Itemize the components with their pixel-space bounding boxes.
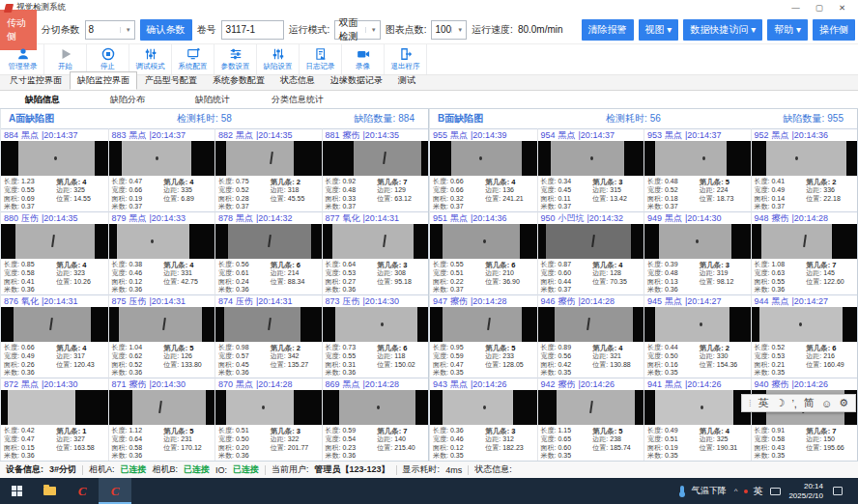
chart-points-select[interactable]: 100▼ <box>431 20 467 40</box>
toolbar-stop-button[interactable]: 停止 <box>87 44 129 74</box>
maximize-button[interactable]: ▢ <box>815 3 823 13</box>
clock[interactable]: 20:142025/2/10 <box>788 482 823 501</box>
defect-cell[interactable]: 954 黑点 |20:14:37 长度:0.34 宽度:0.45 面积:0.11… <box>537 128 644 211</box>
toolbar-monitor-button[interactable]: 系统配置 <box>172 44 214 74</box>
main-tab[interactable]: 状态信息 <box>272 71 323 90</box>
defect-thumbnail[interactable] <box>215 141 322 176</box>
defect-cell[interactable]: 879 黑点 |20:14:33 长度:0.38 宽度:0.46 面积:0.12… <box>108 211 215 294</box>
defect-cell[interactable]: 884 黑点 |20:14:37 长度:1.23 宽度:0.55 面积:0.69… <box>1 128 108 211</box>
defect-thumbnail[interactable] <box>323 390 429 425</box>
defect-thumbnail[interactable] <box>644 307 751 342</box>
defect-cell[interactable]: 942 擦伤 |20:14:26 长度:1.15 宽度:0.65 面积:0.60… <box>537 378 644 461</box>
defect-thumbnail[interactable] <box>323 307 429 342</box>
defect-thumbnail[interactable] <box>215 390 322 425</box>
toolbar-sliders-v-button[interactable]: 调试模式 <box>129 44 172 74</box>
defect-thumbnail[interactable] <box>538 390 644 425</box>
defect-cell[interactable]: 946 擦伤 |20:14:28 长度:0.89 宽度:0.56 面积:0.42… <box>537 294 644 378</box>
main-tab[interactable]: 尺寸监控界面 <box>2 71 70 90</box>
defect-cell[interactable]: 875 压伤 |20:14:31 长度:1.04 宽度:0.62 面积:0.52… <box>108 294 215 378</box>
close-button[interactable]: ✕ <box>839 3 845 13</box>
roll-number-input[interactable]: 3117-1 <box>221 20 284 40</box>
touch-keyboard-icon[interactable] <box>770 488 781 495</box>
defect-cell[interactable]: 874 压伤 |20:14:31 长度:0.98 宽度:0.57 面积:0.45… <box>214 294 322 378</box>
control-bar-button[interactable]: 数据快捷访问 ▾ <box>683 19 762 41</box>
ime-drag-handle[interactable]: ⁞ <box>749 399 752 408</box>
defect-cell[interactable]: 877 氧化 |20:14:31 长度:0.64 宽度:0.53 面积:0.27… <box>322 211 429 294</box>
defect-cell[interactable]: 955 黑点 |20:14:39 长度:0.66 宽度:0.66 面积:0.32… <box>430 128 537 211</box>
defect-cell[interactable]: 943 黑点 |20:14:26 长度:0.36 宽度:0.46 面积:0.12… <box>430 378 537 461</box>
ime-toolbar-item[interactable]: 英 <box>758 396 769 410</box>
file-explorer-button[interactable] <box>33 478 66 504</box>
ime-language-indicator[interactable]: 英 <box>753 485 762 498</box>
defect-thumbnail[interactable] <box>323 224 429 259</box>
defect-cell[interactable]: 872 黑点 |20:14:30 长度:0.42 宽度:0.47 面积:0.15… <box>1 378 108 461</box>
defect-cell[interactable]: 953 黑点 |20:14:37 长度:0.48 宽度:0.52 面积:0.18… <box>644 128 751 211</box>
defect-cell[interactable]: 878 黑点 |20:14:32 长度:0.56 宽度:0.61 面积:0.24… <box>214 211 322 294</box>
toolbar-sliders-h-button[interactable]: 参数设置 <box>214 44 257 74</box>
control-bar-button[interactable]: 清除报警 <box>582 19 634 41</box>
weather-ticker-text[interactable]: 气温下降 <box>692 485 727 497</box>
defect-thumbnail[interactable] <box>1 224 108 259</box>
control-bar-button[interactable]: 视图 ▾ <box>639 19 679 41</box>
defect-thumbnail[interactable] <box>215 224 322 259</box>
defect-thumbnail[interactable] <box>644 141 751 176</box>
defect-cell[interactable]: 950 小凹坑 |20:14:32 长度:0.87 宽度:0.60 面积:0.4… <box>537 211 644 294</box>
defect-cell[interactable]: 873 压伤 |20:14:30 长度:0.73 宽度:0.55 面积:0.31… <box>322 294 429 378</box>
defect-cell[interactable]: 881 擦伤 |20:14:35 长度:0.92 宽度:0.48 面积:0.33… <box>322 128 429 211</box>
main-tab[interactable]: 测试 <box>390 71 423 90</box>
defect-cell[interactable]: 876 氧化 |20:14:31 长度:0.66 宽度:0.49 面积:0.26… <box>1 294 108 378</box>
control-bar-button[interactable]: 帮助 ▾ <box>767 19 808 41</box>
defect-thumbnail[interactable] <box>323 141 429 176</box>
defect-thumbnail[interactable] <box>109 224 215 259</box>
defect-cell[interactable]: 883 黑点 |20:14:37 长度:0.47 宽度:0.66 面积:0.19… <box>108 128 215 211</box>
operator-side-button[interactable]: 操作侧 <box>813 19 855 41</box>
defect-cell[interactable]: 951 黑点 |20:14:36 长度:0.55 宽度:0.51 面积:0.22… <box>430 211 537 294</box>
ime-toolbar-item[interactable]: ’, <box>791 398 797 409</box>
defect-thumbnail[interactable] <box>109 390 215 425</box>
defect-cell[interactable]: 952 黑点 |20:14:36 长度:0.41 宽度:0.49 面积:0.14… <box>751 128 858 211</box>
defect-thumbnail[interactable] <box>752 224 858 259</box>
defect-thumbnail[interactable] <box>644 390 751 425</box>
ime-toolbar-item[interactable]: ☽ <box>776 397 786 409</box>
defect-thumbnail[interactable] <box>1 307 108 342</box>
action-center-icon[interactable] <box>833 487 843 495</box>
defect-thumbnail[interactable] <box>644 224 751 259</box>
run-mode-select[interactable]: 双面检测▼ <box>334 20 380 40</box>
main-tab[interactable]: 边缘数据记录 <box>323 71 390 90</box>
defect-cell[interactable]: 944 黑点 |20:14:27 长度:0.52 宽度:0.53 面积:0.21… <box>751 294 858 378</box>
defect-cell[interactable]: 948 擦伤 |20:14:28 长度:1.08 宽度:0.63 面积:0.55… <box>751 211 858 294</box>
defect-cell[interactable]: 949 黑点 |20:14:30 长度:0.39 宽度:0.48 面积:0.13… <box>644 211 751 294</box>
ime-toolbar-item[interactable]: ☺ <box>821 398 832 409</box>
defect-thumbnail[interactable] <box>752 307 858 342</box>
defect-thumbnail[interactable] <box>109 307 215 342</box>
defect-cell[interactable]: 945 黑点 |20:14:27 长度:0.44 宽度:0.50 面积:0.16… <box>644 294 751 378</box>
defect-cell[interactable]: 880 压伤 |20:14:35 长度:0.85 宽度:0.58 面积:0.41… <box>1 211 108 294</box>
defect-thumbnail[interactable] <box>430 224 537 259</box>
defect-thumbnail[interactable] <box>538 141 644 176</box>
defect-cell[interactable]: 882 黑点 |20:14:35 长度:0.75 宽度:0.52 面积:0.28… <box>214 128 322 211</box>
ime-toolbar-item[interactable]: ⚙ <box>839 397 848 409</box>
tray-expand-chevron[interactable]: ^ <box>734 487 738 495</box>
defect-thumbnail[interactable] <box>538 307 644 342</box>
ime-toolbar-item[interactable]: 简 <box>804 396 815 410</box>
main-tab[interactable]: 产品型号配置 <box>137 71 205 90</box>
defect-thumbnail[interactable] <box>752 141 858 176</box>
defect-cell[interactable]: 870 黑点 |20:14:28 长度:0.51 宽度:0.50 面积:0.20… <box>214 378 322 461</box>
minimize-button[interactable]: — <box>791 3 800 13</box>
toolbar-user-button[interactable]: 管理登录 <box>2 44 44 74</box>
defect-thumbnail[interactable] <box>1 141 108 176</box>
defect-thumbnail[interactable] <box>538 224 644 259</box>
main-tab[interactable]: 缺陷监控界面 <box>70 71 137 90</box>
defect-cell[interactable]: 869 黑点 |20:14:28 长度:0.59 宽度:0.54 面积:0.23… <box>322 378 429 461</box>
defect-thumbnail[interactable] <box>430 390 537 425</box>
main-tab[interactable]: 系统参数配置 <box>205 71 272 90</box>
defect-thumbnail[interactable] <box>430 141 537 176</box>
defect-thumbnail[interactable] <box>1 390 108 425</box>
strip-count-select[interactable]: 8▼ <box>85 20 135 40</box>
defect-thumbnail[interactable] <box>109 141 215 176</box>
toolbar-log-button[interactable]: 日志记录 <box>300 44 342 74</box>
defect-cell[interactable]: 871 擦伤 |20:14:30 长度:1.12 宽度:0.64 面积:0.58… <box>108 378 215 461</box>
defect-cell[interactable]: 940 擦伤 |20:14:26 长度:0.91 宽度:0.58 面积:0.43… <box>751 378 858 461</box>
confirm-strip-count-button[interactable]: 确认条数 <box>140 19 192 41</box>
toolbar-camera-button[interactable]: 录像 <box>342 44 385 74</box>
